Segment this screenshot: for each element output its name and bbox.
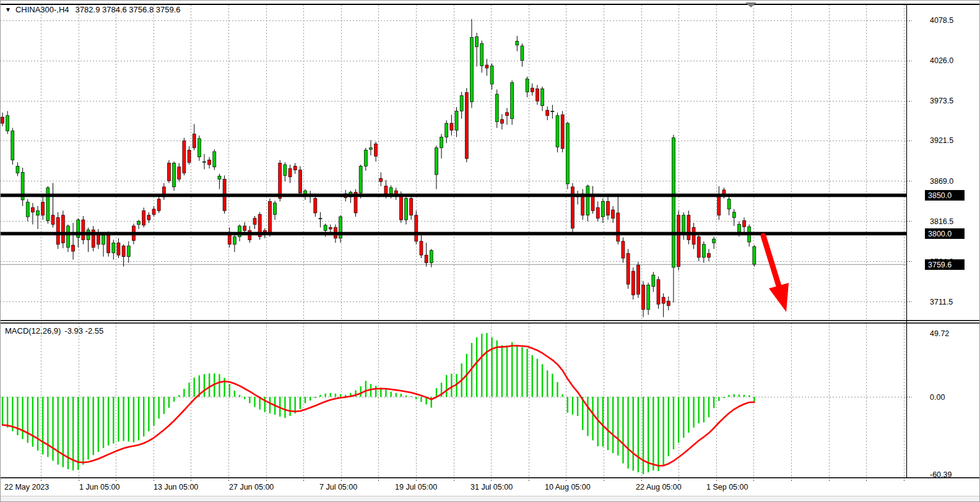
- candle-body-down: [329, 228, 332, 229]
- candle-body-down: [662, 297, 665, 303]
- candle-body-down: [31, 207, 34, 212]
- macd-tick-label: 0.00: [930, 393, 945, 402]
- price-tick-label: 3816.5: [930, 217, 953, 226]
- candle-body-down: [687, 215, 690, 240]
- candle-body-down: [642, 285, 645, 309]
- time-tick-label: 27 Jun 05:00: [229, 483, 274, 491]
- candle-body-down: [410, 198, 413, 215]
- candle-body-up: [495, 94, 498, 122]
- candle-body-down: [571, 187, 574, 228]
- candle-body-down: [415, 215, 418, 241]
- price-chart-canvas[interactable]: 4078.54026.03973.53921.53869.03816.53764…: [0, 0, 980, 502]
- candle-body-up: [369, 148, 372, 149]
- candle-body-up: [475, 37, 479, 46]
- candle-body-down: [147, 215, 150, 220]
- candle-body-up: [682, 215, 685, 235]
- candle-body-down: [122, 246, 125, 256]
- candle-body-up: [490, 66, 493, 84]
- candle-body-down: [288, 168, 292, 177]
- candle-body-up: [364, 150, 367, 166]
- candle-body-up: [197, 139, 201, 157]
- candle-body-down: [420, 241, 423, 255]
- candle-body-up: [511, 83, 514, 119]
- price-tick-label: 3711.5: [930, 298, 953, 306]
- candle-body-down: [718, 194, 721, 215]
- candle-body-up: [737, 225, 740, 232]
- price-tick-label: 4078.5: [930, 16, 953, 25]
- candle-body-up: [37, 210, 40, 215]
- price-tick-label: 3869.0: [930, 177, 953, 186]
- candle-body-down: [667, 301, 670, 305]
- time-tick-label: 7 Jul 05:00: [319, 483, 357, 491]
- candle-body-down: [72, 245, 75, 251]
- candle-body-down: [82, 220, 85, 240]
- candle-body-down: [375, 144, 378, 157]
- time-tick-label: 1 Jun 05:00: [79, 483, 119, 491]
- candle-body-up: [203, 162, 206, 162]
- horizontal-level-line[interactable]: [0, 232, 906, 236]
- candle-body-up: [516, 41, 519, 45]
- price-badge-label: 3759.6: [928, 261, 952, 269]
- candle-body-up: [470, 37, 473, 102]
- candle-body-up: [586, 186, 589, 215]
- candle-body-down: [142, 210, 145, 225]
- horizontal-level-line[interactable]: [0, 194, 906, 197]
- candle-body-up: [16, 166, 19, 173]
- chart-background: [0, 0, 980, 502]
- candle-body-up: [732, 212, 735, 218]
- candle-body-up: [551, 111, 554, 111]
- candle-body-up: [435, 148, 438, 175]
- candle-body-down: [384, 186, 388, 194]
- time-tick-label: 22 Aug 05:00: [636, 483, 682, 491]
- candle-body-down: [379, 178, 383, 181]
- candle-body-up: [445, 123, 448, 137]
- candle-body-down: [450, 123, 453, 130]
- candle-body-down: [314, 198, 317, 213]
- candle-body-down: [506, 113, 509, 116]
- candle-body-up: [46, 188, 50, 220]
- candle-body-up: [66, 226, 69, 248]
- candle-body-down: [293, 166, 297, 170]
- price-badge-label: 3850.0: [928, 191, 952, 200]
- candle-body-down: [596, 207, 599, 218]
- candle-body-up: [727, 199, 731, 209]
- candle-body-up: [647, 285, 650, 309]
- candle-body-up: [319, 219, 322, 219]
- candle-body-up: [324, 225, 327, 231]
- time-tick-label: 22 May 2023: [4, 483, 49, 491]
- candle-body-down: [627, 254, 630, 285]
- candle-body-down: [465, 93, 468, 158]
- candle-body-down: [167, 163, 170, 181]
- candle-body-down: [561, 115, 564, 149]
- symbol-period-label: CHINA300-,H4: [15, 5, 69, 14]
- candle-body-up: [430, 251, 433, 263]
- candle-body-down: [692, 228, 695, 245]
- candle-body-up: [521, 46, 524, 61]
- candle-body-up: [753, 246, 756, 264]
- candle-body-down: [617, 213, 620, 241]
- candle-body-down: [279, 163, 282, 199]
- candle-body-down: [425, 255, 428, 262]
- candle-body-down: [41, 202, 45, 215]
- collapse-triangle-icon[interactable]: ▼: [5, 6, 11, 13]
- candle-body-down: [485, 65, 488, 68]
- time-tick-label: 31 Jul 05:00: [470, 483, 513, 491]
- time-tick-label: 19 Jul 05:00: [395, 483, 437, 491]
- candle-body-down: [117, 243, 120, 255]
- macd-values: -3.93 -2.55: [64, 326, 103, 335]
- candle-body-down: [607, 201, 610, 215]
- price-badge-label: 3800.0: [928, 230, 952, 238]
- chart-title: ▼CHINA300-,H43782.9 3784.6 3756.8 3759.6: [5, 5, 181, 14]
- candle-body-up: [26, 202, 29, 217]
- candle-body-down: [208, 160, 211, 165]
- price-tick-label: 3921.5: [930, 136, 953, 145]
- candle-body-up: [672, 138, 675, 267]
- candle-body-down: [56, 217, 59, 244]
- candle-body-down: [622, 241, 625, 258]
- candle-body-up: [601, 201, 604, 217]
- candle-body-down: [631, 271, 635, 295]
- candle-body-down: [612, 210, 615, 219]
- trading-chart-window: ▼CHINA300-,H43782.9 3784.6 3756.8 3759.6…: [0, 0, 980, 502]
- candle-body-up: [713, 239, 716, 243]
- candle-body-up: [284, 165, 287, 175]
